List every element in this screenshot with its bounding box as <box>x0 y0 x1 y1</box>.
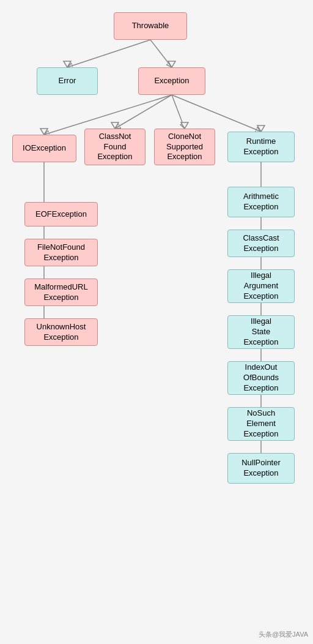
svg-line-4 <box>172 95 185 129</box>
filenotfound-node: FileNotFoundException <box>24 239 98 266</box>
throwable-node: Throwable <box>114 12 187 40</box>
runtime-node: RuntimeException <box>227 132 295 162</box>
classcast-node: ClassCastException <box>227 230 295 257</box>
arithmetic-node: ArithmeticException <box>227 187 295 217</box>
clotenot-node: CloneNotSupportedException <box>154 129 215 165</box>
svg-marker-20 <box>168 61 175 67</box>
svg-marker-22 <box>111 122 119 129</box>
unknownhost-node: UnknownHostException <box>24 318 98 346</box>
classnotfound-node: ClassNotFoundException <box>84 129 145 165</box>
exception-node: Exception <box>138 67 205 95</box>
svg-line-0 <box>67 40 150 67</box>
svg-marker-21 <box>40 129 48 135</box>
diagram-container: Throwable Error Exception IOException Cl… <box>0 0 313 644</box>
nosuch-node: NoSuchElementException <box>227 407 295 441</box>
ioexception-node: IOException <box>12 135 76 162</box>
eofexception-node: EOFException <box>24 202 98 227</box>
svg-line-1 <box>150 40 172 67</box>
illegalarg-node: IllegalArgumentException <box>227 269 295 303</box>
indexout-node: IndexOutOfBoundsException <box>227 361 295 395</box>
svg-marker-23 <box>181 122 188 129</box>
svg-marker-24 <box>257 125 265 132</box>
malformedurl-node: MalformedURLException <box>24 279 98 306</box>
watermark: 头条@我爱JAVA <box>259 630 308 639</box>
nullpointer-node: NullPointerException <box>227 453 295 484</box>
svg-marker-19 <box>64 61 71 67</box>
error-node: Error <box>37 67 98 95</box>
illegalstate-node: IllegalStateException <box>227 315 295 349</box>
svg-line-5 <box>172 95 261 132</box>
svg-line-3 <box>115 95 172 129</box>
